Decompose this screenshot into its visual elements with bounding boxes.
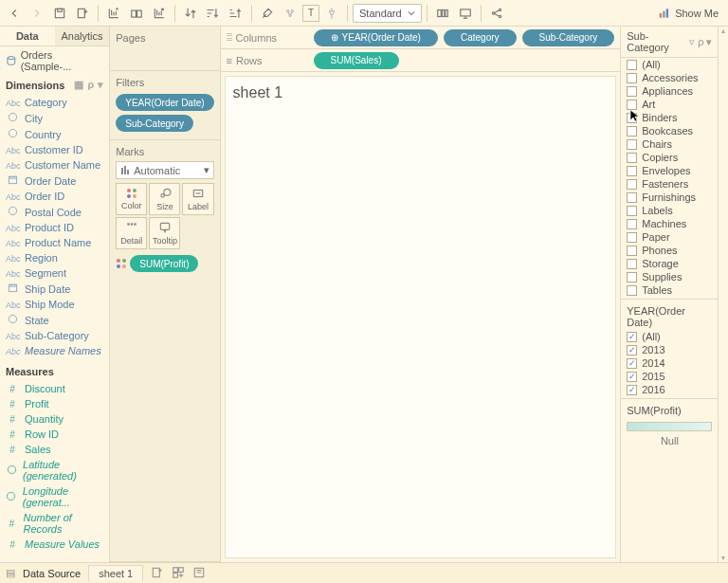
row-pill-sum-sales[interactable]: SUM(Sales) bbox=[314, 52, 399, 69]
checkbox-icon[interactable] bbox=[627, 73, 637, 83]
marks-pill-sum-profit[interactable]: SUM(Profit) bbox=[130, 255, 198, 272]
subcategory-filter-item[interactable]: Binders bbox=[621, 111, 718, 124]
dimension-field[interactable]: AbcMeasure Names bbox=[0, 343, 109, 358]
datasource-tab[interactable]: Data Source bbox=[23, 568, 81, 579]
new-story-icon[interactable] bbox=[192, 566, 206, 581]
checkbox-icon[interactable] bbox=[627, 272, 637, 282]
dimension-field[interactable]: Postal Code bbox=[0, 204, 109, 220]
year-filter-item[interactable]: ✓2016 bbox=[621, 383, 718, 396]
pin-button[interactable] bbox=[321, 3, 342, 24]
marks-tooltip-button[interactable]: Tooltip bbox=[149, 217, 180, 249]
new-dashboard-icon[interactable] bbox=[172, 566, 185, 581]
checkbox-icon[interactable] bbox=[627, 232, 637, 243]
measure-field[interactable]: #Row ID bbox=[0, 427, 109, 442]
checkbox-icon[interactable]: ✓ bbox=[627, 385, 637, 395]
checkbox-icon[interactable] bbox=[627, 113, 637, 123]
share-button[interactable] bbox=[486, 3, 507, 24]
marks-label-button[interactable]: Label bbox=[182, 183, 213, 215]
swap-button[interactable] bbox=[180, 3, 201, 24]
presentation-button[interactable] bbox=[455, 3, 476, 24]
subcategory-filter-item[interactable]: Bookcases bbox=[621, 124, 718, 137]
subcategory-filter-item[interactable]: Labels bbox=[621, 204, 718, 217]
dimension-field[interactable]: Country bbox=[0, 126, 109, 142]
subcategory-filter-item[interactable]: Accessories bbox=[621, 71, 718, 84]
new-datasource-button[interactable] bbox=[72, 3, 93, 24]
menu-filter-icon[interactable]: ▾ bbox=[706, 36, 712, 48]
checkbox-icon[interactable]: ✓ bbox=[627, 332, 637, 342]
subcategory-filter-item[interactable]: Art bbox=[621, 98, 718, 111]
checkbox-icon[interactable] bbox=[627, 259, 637, 269]
checkbox-icon[interactable] bbox=[627, 100, 637, 110]
checkbox-icon[interactable] bbox=[627, 60, 637, 70]
checkbox-icon[interactable] bbox=[627, 246, 637, 256]
checkbox-icon[interactable] bbox=[627, 219, 637, 229]
dimension-field[interactable]: AbcCategory bbox=[0, 95, 109, 110]
dimension-field[interactable]: Order Date bbox=[0, 173, 109, 189]
tab-analytics[interactable]: Analytics bbox=[55, 27, 110, 46]
dimension-field[interactable]: AbcProduct ID bbox=[0, 220, 109, 235]
measure-field[interactable]: #Measure Values bbox=[0, 537, 109, 552]
marks-color-button[interactable]: Color bbox=[116, 183, 147, 215]
column-pill-subcategory[interactable]: Sub-Category bbox=[522, 29, 615, 46]
sheet-view[interactable]: sheet 1 bbox=[225, 76, 617, 558]
subcategory-filter-item[interactable]: Furnishings bbox=[621, 191, 718, 204]
subcategory-filter-item[interactable]: Envelopes bbox=[621, 164, 718, 177]
search-filter-icon[interactable]: ρ bbox=[698, 36, 703, 48]
show-me-button[interactable]: Show Me bbox=[652, 7, 724, 20]
subcategory-filter-item[interactable]: Machines bbox=[621, 217, 718, 230]
filter-pill-subcategory[interactable]: Sub-Category bbox=[116, 115, 193, 132]
menu-icon[interactable]: ▾ bbox=[98, 79, 103, 91]
sort-desc-button[interactable] bbox=[226, 3, 246, 24]
year-filter-item[interactable]: ✓2014 bbox=[621, 356, 718, 370]
subcategory-filter-item[interactable]: Paper bbox=[621, 230, 718, 244]
dimension-field[interactable]: AbcCustomer ID bbox=[0, 142, 109, 157]
marks-detail-button[interactable]: Detail bbox=[116, 217, 147, 249]
save-button[interactable] bbox=[49, 3, 70, 24]
checkbox-icon[interactable] bbox=[627, 153, 637, 163]
year-filter-item[interactable]: ✓(All) bbox=[621, 330, 718, 343]
dimension-field[interactable]: AbcShip Mode bbox=[0, 297, 109, 312]
scrollbar[interactable]: ▴▾ bbox=[718, 27, 728, 562]
measure-field[interactable]: #Sales bbox=[0, 442, 109, 457]
tab-data[interactable]: Data bbox=[0, 27, 55, 46]
subcategory-filter-item[interactable]: Fasteners bbox=[621, 177, 718, 191]
fit-dropdown[interactable]: Standard bbox=[353, 4, 422, 23]
sort-asc-button[interactable] bbox=[203, 3, 224, 24]
dimension-field[interactable]: AbcSegment bbox=[0, 265, 109, 281]
dimension-field[interactable]: AbcOrder ID bbox=[0, 189, 109, 204]
dimension-field[interactable]: AbcProduct Name bbox=[0, 235, 109, 250]
subcategory-filter-item[interactable]: Storage bbox=[621, 257, 718, 270]
column-pill-category[interactable]: Category bbox=[444, 29, 517, 46]
back-button[interactable] bbox=[4, 3, 25, 24]
subcategory-filter-item[interactable]: Tables bbox=[621, 283, 718, 297]
show-cards-button[interactable] bbox=[432, 3, 453, 24]
filter-pill-year[interactable]: YEAR(Order Date) bbox=[116, 94, 213, 111]
group-button[interactable] bbox=[280, 3, 300, 24]
highlight-button[interactable] bbox=[257, 3, 278, 24]
new-worksheet-button[interactable] bbox=[103, 3, 124, 24]
forward-button[interactable] bbox=[27, 3, 47, 24]
checkbox-icon[interactable] bbox=[627, 285, 637, 296]
dimension-field[interactable]: State bbox=[0, 312, 109, 328]
checkbox-icon[interactable]: ✓ bbox=[627, 358, 637, 369]
duplicate-button[interactable] bbox=[126, 3, 147, 24]
dimension-field[interactable]: AbcCustomer Name bbox=[0, 157, 109, 173]
checkbox-icon[interactable] bbox=[627, 126, 637, 137]
checkbox-icon[interactable]: ✓ bbox=[627, 372, 637, 382]
text-button[interactable]: T bbox=[302, 5, 319, 22]
filter-icon[interactable]: ▿ bbox=[689, 36, 695, 48]
checkbox-icon[interactable] bbox=[627, 179, 637, 190]
sheet-tab-1[interactable]: sheet 1 bbox=[88, 565, 143, 581]
view-icon[interactable]: ▦ bbox=[74, 79, 83, 91]
marks-size-button[interactable]: Size bbox=[149, 183, 180, 215]
checkbox-icon[interactable] bbox=[627, 139, 637, 150]
dimension-field[interactable]: Ship Date bbox=[0, 281, 109, 297]
measure-field[interactable]: #Discount bbox=[0, 381, 109, 396]
search-icon[interactable]: ρ bbox=[87, 79, 94, 91]
year-filter-item[interactable]: ✓2013 bbox=[621, 343, 718, 356]
checkbox-icon[interactable] bbox=[627, 166, 637, 176]
measure-field[interactable]: Longitude (generat... bbox=[0, 483, 109, 510]
checkbox-icon[interactable] bbox=[627, 206, 637, 216]
subcategory-filter-item[interactable]: Phones bbox=[621, 244, 718, 257]
subcategory-filter-item[interactable]: Supplies bbox=[621, 270, 718, 283]
